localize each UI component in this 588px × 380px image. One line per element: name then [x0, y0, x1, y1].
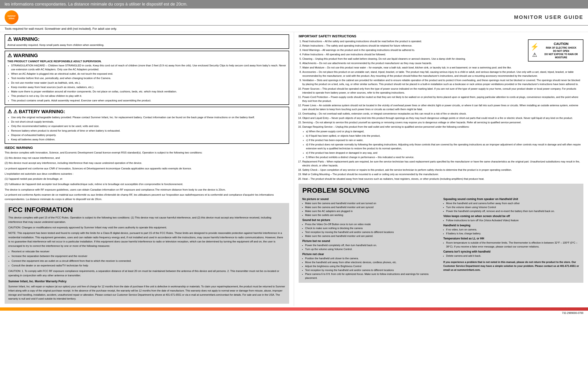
fcc-para-1: CAUTION: Changes or modifications not ex… [8, 225, 285, 229]
list-item: Safety Check – Upon completion of any se… [302, 168, 583, 172]
list-item: Overloading – Do not overload wall outle… [302, 112, 583, 116]
list-item: Use only the original rechargeable batte… [11, 115, 286, 119]
problem-heading-3: Picture not clear [302, 253, 439, 256]
problem-heading-2: Picture but no sound [302, 239, 439, 243]
isedc-para-6: (2) l'utilisateur de l'appareil doit acc… [5, 182, 289, 186]
list-item: Test reception by moving the handheld un… [305, 268, 439, 272]
list-item: Turn up the volume using Volume Control. [305, 247, 439, 251]
list-item: Test monitor before first use, periodica… [11, 76, 286, 80]
top-banner: les informations correspondantes. La dis… [0, 0, 588, 9]
top-banner-text: les informations correspondantes. La dis… [5, 2, 187, 7]
item-text: Connect the equipment into an outlet on … [12, 260, 131, 262]
list-item: This product contains small parts. Adult… [11, 99, 286, 103]
item-text: If no video, turn on camera. [446, 228, 477, 231]
list-item: Increase the separation between the equi… [12, 254, 285, 258]
list-item: Consult the dealer or an experienced rad… [12, 263, 285, 267]
list-item: Accessories – Do not place this product … [302, 70, 583, 78]
list-item: STRANGULATION HAZARD – Children have STR… [11, 64, 286, 72]
list-item: Wall or Ceiling Mounting – The product s… [302, 172, 583, 176]
caution-label: CAUTION [541, 42, 581, 46]
list-item: Keep all batteries away from children. [11, 138, 286, 141]
safety-text-area: IMPORTANT SAFETY INSTRUCTIONS ⚡ ⚠ CAUTIO… [299, 34, 583, 181]
item-text: Only the recommended battery or equivale… [11, 125, 100, 127]
warning-box: ⚠ WARNING: Animal assembly required. Kee… [5, 34, 289, 49]
list-item: Ventilation – Slots and openings in the … [302, 78, 583, 86]
fcc-title: FCC INFORMATION [8, 206, 285, 214]
list-item: b) If liquid has been spilled, or object… [306, 134, 583, 138]
warranty-section: Summer Infant, Inc. Monitor Warranty Pol… [8, 279, 285, 301]
item-text: e) If the product has been dropped or da… [306, 152, 377, 154]
list-item: Heat – The product should be situated aw… [302, 177, 583, 181]
list-item: Place camera 6 to 8 ft. from crib for op… [305, 272, 439, 280]
fcc-para-0: This device complies with part 15 of the… [8, 215, 285, 224]
battery-warning-text: ⚠ BATTERY WARNING: [13, 109, 65, 114]
tools-line: Tools required for wall mount: Screwdriv… [0, 26, 588, 32]
item-text: Power Sources – This product should be o… [302, 87, 576, 94]
problem-title: PROBLEM SOLVING [302, 187, 580, 194]
tools-text: Tools required for wall mount: Screwdriv… [5, 27, 117, 30]
isedc-para-5: (1) l'appareil nedoit pas produire de br… [5, 177, 289, 181]
problem-footer-text: If you experience a problem that is not … [443, 260, 580, 272]
list-item: Move the handheld unit and camera furthe… [446, 201, 580, 205]
item-text: Press the Video On-Off Button once to tu… [305, 223, 371, 226]
item-text: Move the handheld unit and camera furthe… [446, 202, 520, 205]
item-text: Retain Instructions – The safety and ope… [302, 44, 412, 47]
item-text: Damage Requiring Service – Unplug this p… [302, 125, 469, 128]
list-item: Water and Moisture – Do not use this pro… [302, 66, 583, 70]
warning-title: ⚠ WARNING: [7, 36, 286, 42]
item-text: Do not use monitor near water (such as b… [11, 81, 81, 84]
fcc-para-2: NOTE: This equipment has been tested and… [8, 231, 285, 248]
list-item: c) If the product has been exposed to ra… [306, 138, 583, 142]
barcode-number: 732-2989000-0700 [562, 312, 583, 314]
list-item: When an AC Adapter is plugged into an el… [11, 72, 286, 76]
fcc-para-3: CAUTION: 1. To comply with FCC RF exposu… [8, 269, 285, 277]
item-text: Power Lines – An outside antenna system … [302, 104, 578, 111]
item-text: Replacement Parts – When replacement par… [302, 160, 580, 167]
list-item: Power the handheld completely off, remov… [446, 209, 580, 213]
item-text: Make sure the camera and handheld monito… [305, 202, 376, 205]
caution-text-block: CAUTION RISK OF ELECTRIC SHOCK DO NOT OP… [541, 42, 581, 59]
list-item: Make sure the camera and handheld monito… [305, 201, 439, 205]
caution-box: ⚡ ⚠ CAUTION RISK OF ELECTRIC SHOCK DO NO… [528, 39, 583, 61]
list-item: Power the handheld completely off, then … [305, 243, 439, 247]
battery-warning-title: ⚠ ⚠ BATTERY WARNING: [7, 109, 286, 114]
list-item: Adjust the brightness using the Brightne… [305, 264, 439, 268]
list-item: Make sure the camera and handheld monito… [305, 205, 439, 209]
safety-header-row: IMPORTANT SAFETY INSTRUCTIONS ⚡ ⚠ CAUTIO… [299, 34, 583, 181]
warning-content-2: THIS PRODUCT CANNOT REPLACE RESPONSIBLE … [7, 59, 286, 103]
isedc-para-1: (1) this device may not cause interferen… [5, 156, 289, 160]
problem-heading-1: Sound but no picture [302, 218, 439, 222]
item-text: Turn the volume down using Volume Contro… [446, 206, 496, 209]
item-text: Remove battery when product is stored fo… [11, 129, 121, 132]
list-item: Make sure the outlets are working [305, 213, 439, 217]
problem-right-heading-3: Temperature listed as LL or HH [443, 237, 580, 240]
problem-right-heading-0: Squealing sound coming from speaker on H… [443, 197, 580, 201]
item-text: Power the handheld completely off, then … [305, 244, 377, 247]
fcc-bullet-list: Reorient or relocate the receiver Increa… [8, 249, 285, 268]
warning-content: Animal assembly required. Keep small par… [7, 43, 286, 47]
problem-right-list-4: Delete camera and add it back. [443, 254, 580, 258]
item-text: Make sure there is proper ventilation ar… [11, 90, 177, 93]
list-item: Make sure there is proper ventilation ar… [11, 90, 286, 94]
problem-right: Squealing sound coming from speaker on H… [443, 196, 580, 280]
logo-text: summer infant [7, 15, 16, 20]
list-item: Object and Liquid Entry – Never push obj… [302, 116, 583, 120]
main-content: ⚠ WARNING: Animal assembly required. Kee… [0, 32, 588, 306]
list-item: Remove battery when product is stored fo… [11, 129, 286, 133]
page-title: MONITOR USER GUIDE [514, 14, 583, 20]
list-item: Room temperature is outside of the therm… [446, 241, 580, 249]
warning-title-2: ⚠ WARNING [7, 53, 286, 58]
item-text: Accessories – Do not place this product … [302, 71, 574, 77]
item-text: Heat – The product should be situated aw… [302, 177, 484, 180]
item-text: Consult the dealer or an experienced rad… [12, 264, 88, 267]
item-text: Use only the original rechargeable batte… [11, 116, 255, 119]
item-text: Power-Cord Protection – Power-supply cor… [302, 96, 578, 102]
warning-list: STRANGULATION HAZARD – Children have STR… [7, 64, 286, 103]
item-text: c) If the product has been exposed to ra… [306, 139, 363, 141]
list-item: Test reception by moving the handheld un… [305, 230, 439, 234]
item-text: Check to make sure nothing is blocking t… [305, 227, 362, 229]
problem-heading-0: No picture or sound [302, 197, 439, 201]
problem-right-heading-4: Camera isn't syncing with handheld [443, 250, 580, 253]
list-item: Make sure the camera and handheld monito… [305, 234, 439, 238]
item-text: Water and Moisture – Do not use this pro… [302, 66, 512, 69]
